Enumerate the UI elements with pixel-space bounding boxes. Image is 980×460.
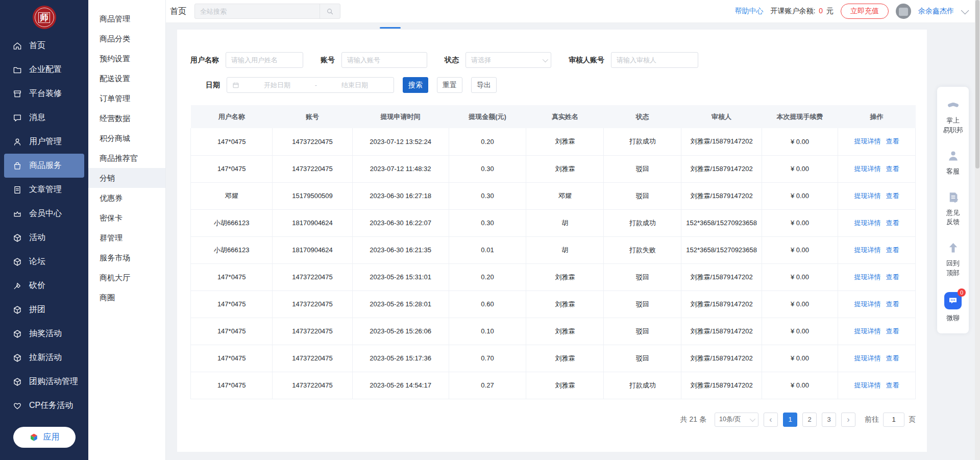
prev-page-button[interactable]: ‹ <box>764 413 778 427</box>
username[interactable]: 余余鑫杰作 <box>918 7 954 16</box>
table-row: 147*0475147372204752023-07-12 11:48:320.… <box>191 155 916 182</box>
status-select[interactable]: 请选择 <box>465 52 551 68</box>
submenu-item-配送设置[interactable]: 配送设置 <box>88 68 165 88</box>
filter-row-1: 用户名称 账号 状态 请选择 审核 <box>190 52 916 68</box>
withdraw-detail-link[interactable]: 提现详情 <box>854 219 881 227</box>
view-link[interactable]: 查看 <box>886 137 899 145</box>
sidebar-item-企业配置[interactable]: 企业配置 <box>0 58 88 82</box>
scrollbar[interactable] <box>975 0 980 460</box>
help-center-link[interactable]: 帮助中心 <box>735 7 764 16</box>
next-page-button[interactable]: › <box>841 413 855 427</box>
chevron-down-icon[interactable] <box>961 6 969 14</box>
balance-unit: 元 <box>826 7 834 15</box>
withdraw-detail-link[interactable]: 提现详情 <box>854 137 881 145</box>
sidebar-item-用户管理[interactable]: 用户管理 <box>0 130 88 154</box>
withdraw-detail-link[interactable]: 提现详情 <box>854 327 881 335</box>
cell-actions: 提现详情查看 <box>838 318 916 345</box>
submenu-item-分销[interactable]: 分销 <box>88 168 165 188</box>
submenu-item-商品分类[interactable]: 商品分类 <box>88 29 165 49</box>
filter-date: 日期 开始日期 - 结束日期 <box>206 77 394 93</box>
withdraw-detail-link[interactable]: 提现详情 <box>854 300 881 308</box>
sidebar-item-论坛[interactable]: 论坛 <box>0 250 88 274</box>
submenu-item-预约设置[interactable]: 预约设置 <box>88 49 165 68</box>
submenu-item-订单管理[interactable]: 订单管理 <box>88 88 165 108</box>
floating-item-客服[interactable]: 客服 <box>946 149 960 177</box>
sidebar-item-拼团[interactable]: 拼团 <box>0 298 88 322</box>
view-link[interactable]: 查看 <box>886 165 899 173</box>
submenu-item-密保卡[interactable]: 密保卡 <box>88 208 165 228</box>
view-link[interactable]: 查看 <box>886 219 899 227</box>
submenu-item-商品推荐官[interactable]: 商品推荐官 <box>88 148 165 168</box>
floating-item-掌上易职邦[interactable]: 掌上 易职邦 <box>943 98 963 135</box>
view-link[interactable]: 查看 <box>886 273 899 281</box>
sidebar-item-首页[interactable]: 首页 <box>0 34 88 58</box>
withdraw-detail-link[interactable]: 提现详情 <box>854 165 881 173</box>
submenu-item-群管理[interactable]: 群管理 <box>88 228 165 248</box>
floating-item-回到顶部[interactable]: 回到 顶部 <box>946 241 960 278</box>
end-date-placeholder[interactable]: 结束日期 <box>321 81 388 90</box>
search-input[interactable] <box>195 4 320 18</box>
goto-page-input[interactable] <box>883 413 904 427</box>
sidebar-item-砍价[interactable]: 砍价 <box>0 274 88 298</box>
submenu-item-商品管理[interactable]: 商品管理 <box>88 9 165 29</box>
goto-unit: 页 <box>909 415 916 424</box>
cell-apply-time: 2023-06-30 16:22:07 <box>352 209 449 236</box>
cell-user-name: 小胡666123 <box>191 236 273 263</box>
sidebar-item-抽奖活动[interactable]: 抽奖活动 <box>0 322 88 346</box>
submenu-item-积分商城[interactable]: 积分商城 <box>88 128 165 148</box>
avatar[interactable] <box>896 4 911 19</box>
bag-icon <box>12 161 22 171</box>
column-header: 操作 <box>838 105 916 128</box>
sidebar-item-团购活动管理[interactable]: 团购活动管理 <box>0 370 88 394</box>
table-row: 147*0475147372204752023-05-26 15:26:060.… <box>191 318 916 345</box>
view-link[interactable]: 查看 <box>886 246 899 254</box>
cell-user-name: 小胡666123 <box>191 209 273 236</box>
withdraw-detail-link[interactable]: 提现详情 <box>854 354 881 362</box>
reset-button[interactable]: 重置 <box>437 77 462 93</box>
withdraw-detail-link[interactable]: 提现详情 <box>854 273 881 281</box>
view-link[interactable]: 查看 <box>886 192 899 200</box>
withdraw-detail-link[interactable]: 提现详情 <box>854 381 881 389</box>
sidebar-item-商品服务[interactable]: 商品服务 <box>4 154 84 178</box>
page-button-2[interactable]: 2 <box>802 413 817 427</box>
search-button[interactable] <box>320 4 340 18</box>
submenu-item-经营数据[interactable]: 经营数据 <box>88 108 165 128</box>
cell-user-name: 147*0475 <box>191 372 273 399</box>
submenu-item-商圈[interactable]: 商圈 <box>88 287 165 307</box>
sidebar-item-CP任务活动[interactable]: CP任务活动 <box>0 394 88 418</box>
sidebar-item-拉新活动[interactable]: 拉新活动 <box>0 346 88 370</box>
account-input[interactable] <box>341 52 427 68</box>
view-link[interactable]: 查看 <box>886 300 899 308</box>
floating-item-微聊[interactable]: 0微聊 <box>944 292 962 323</box>
sidebar-item-平台装修[interactable]: 平台装修 <box>0 82 88 106</box>
search-filter-button[interactable]: 搜索 <box>403 77 428 93</box>
scrollbar-thumb[interactable] <box>975 0 979 168</box>
sidebar-item-消息[interactable]: 消息 <box>0 106 88 130</box>
page-size-select[interactable]: 10条/页 <box>715 413 758 427</box>
table-row: 147*0475147372204752023-07-12 13:52:240.… <box>191 128 916 155</box>
submenu-item-优惠券[interactable]: 优惠券 <box>88 188 165 208</box>
page-button-1[interactable]: 1 <box>783 413 797 427</box>
apps-button[interactable]: 应用 <box>13 427 76 448</box>
start-date-placeholder[interactable]: 开始日期 <box>243 81 311 90</box>
chevron-down-icon <box>750 416 755 421</box>
view-link[interactable]: 查看 <box>886 327 899 335</box>
export-button[interactable]: 导出 <box>471 77 497 93</box>
sidebar-item-会员中心[interactable]: 会员中心 <box>0 202 88 226</box>
view-link[interactable]: 查看 <box>886 381 899 389</box>
page-button-3[interactable]: 3 <box>822 413 836 427</box>
cell-reviewer: 152*3658/15270923658 <box>681 236 762 263</box>
submenu-item-服务市场[interactable]: 服务市场 <box>88 248 165 268</box>
date-range-picker[interactable]: 开始日期 - 结束日期 <box>227 77 394 93</box>
view-link[interactable]: 查看 <box>886 354 899 362</box>
reviewer-input[interactable] <box>611 52 698 68</box>
sidebar-item-活动[interactable]: 活动 <box>0 226 88 250</box>
user-name-input[interactable] <box>226 52 303 68</box>
floating-item-意见反馈[interactable]: 意见 反馈 <box>946 190 960 228</box>
sidebar-item-文章管理[interactable]: 文章管理 <box>0 178 88 202</box>
sidebar-item-label: 抽奖活动 <box>29 328 62 339</box>
withdraw-detail-link[interactable]: 提现详情 <box>854 246 881 254</box>
withdraw-detail-link[interactable]: 提现详情 <box>854 192 881 200</box>
recharge-button[interactable]: 立即充值 <box>841 4 889 19</box>
submenu-item-商机大厅[interactable]: 商机大厅 <box>88 268 165 287</box>
